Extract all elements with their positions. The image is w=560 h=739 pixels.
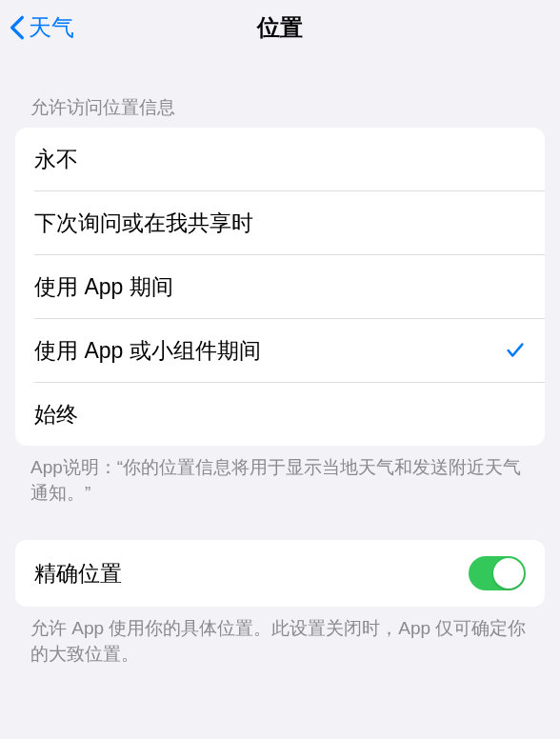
section-header-access: 允许访问位置信息 [0, 55, 560, 128]
option-while-using-or-widgets[interactable]: 使用 App 或小组件期间 [15, 319, 545, 382]
section-footer-precise: 允许 App 使用你的具体位置。此设置关闭时，App 仅可确定你的大致位置。 [0, 607, 560, 667]
precise-location-group: 精确位置 [15, 540, 545, 607]
option-label: 使用 App 或小组件期间 [34, 336, 261, 366]
back-button[interactable]: 天气 [10, 12, 74, 43]
option-always[interactable]: 始终 [15, 383, 545, 446]
toggle-knob [493, 558, 524, 589]
section-footer-explanation: App说明：“你的位置信息将用于显示当地天气和发送附近天气通知。” [0, 446, 560, 506]
option-while-using[interactable]: 使用 App 期间 [15, 255, 545, 318]
page-title: 位置 [257, 12, 303, 43]
chevron-left-icon [10, 14, 25, 41]
precise-location-label: 精确位置 [34, 559, 122, 589]
precise-location-toggle[interactable] [469, 556, 526, 590]
back-label: 天气 [29, 12, 74, 43]
option-ask-next-time[interactable]: 下次询问或在我共享时 [15, 191, 545, 254]
location-access-list: 永不 下次询问或在我共享时 使用 App 期间 使用 App 或小组件期间 始终 [15, 128, 545, 446]
option-label: 下次询问或在我共享时 [34, 209, 253, 238]
option-label: 使用 App 期间 [34, 272, 173, 302]
option-never[interactable]: 永不 [15, 128, 545, 190]
checkmark-icon [505, 340, 526, 361]
option-label: 永不 [34, 145, 78, 174]
navigation-bar: 天气 位置 [0, 0, 560, 55]
option-label: 始终 [34, 400, 78, 429]
precise-location-row: 精确位置 [15, 540, 545, 607]
